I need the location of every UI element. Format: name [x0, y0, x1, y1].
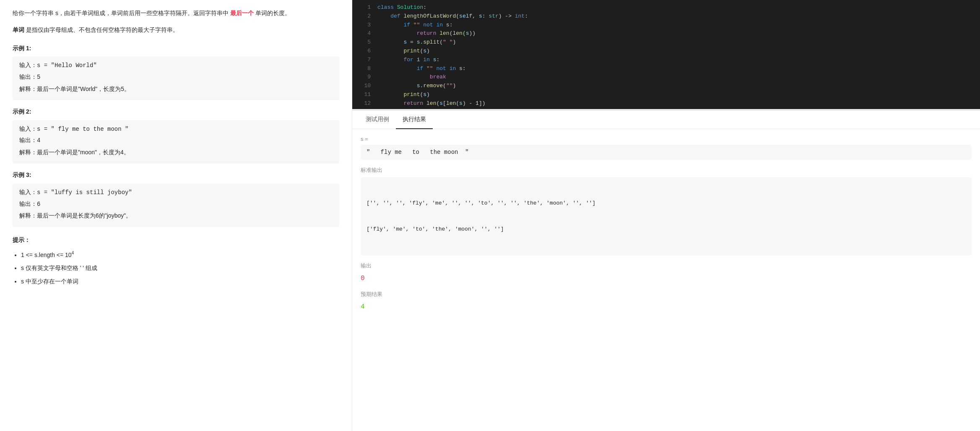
line-number: 1 [359, 3, 371, 12]
right-panel: 1class Solution:2 def lengthOfLastWord(s… [352, 0, 980, 431]
example3-explain: 解释：最后一个单词是长度为6的"joyboy"。 [19, 211, 333, 221]
example1-output: 输出：5 [19, 73, 333, 83]
expected-title: 预期结果 [361, 291, 972, 298]
hint2: s 仅有英文字母和空格 ' ' 组成 [21, 263, 339, 273]
hint3: s 中至少存在一个单词 [21, 277, 339, 287]
input-value: " fly me to the moon " [361, 145, 972, 160]
line-number: 2 [359, 12, 371, 21]
example3-input: 输入：s = "luffy is still joyboy" [19, 188, 333, 198]
line-number: 5 [359, 38, 371, 47]
line-content: break [377, 73, 446, 82]
code-line: 11 print(s) [352, 91, 980, 99]
line-number: 12 [359, 99, 371, 108]
line-content: if "" not in s: [377, 21, 452, 30]
line-number: 9 [359, 73, 371, 82]
line-content: class Solution: [377, 3, 426, 12]
stdout-line2: ['fly', 'me', 'to', 'the', 'moon', '', '… [367, 225, 966, 234]
output-title: 输出 [361, 262, 972, 270]
line-content: return len(len(s)) [377, 29, 476, 38]
code-line: 10 s.remove("") [352, 82, 980, 91]
line-content: s.remove("") [377, 82, 456, 91]
stdout-line1: ['', '', '', 'fly', 'me', '', '', 'to', … [367, 199, 966, 208]
line-number: 3 [359, 21, 371, 30]
line-number: 7 [359, 56, 371, 65]
line-number: 8 [359, 65, 371, 73]
code-line: 8 if "" not in s: [352, 65, 980, 73]
example3-title: 示例 3: [13, 170, 339, 180]
tab-result[interactable]: 执行结果 [396, 111, 433, 129]
line-number: 11 [359, 91, 371, 99]
word-definition: 单词 是指仅由字母组成、不包含任何空格字符的最大子字符串。 [13, 25, 339, 35]
example1-explain: 解释：最后一个单词是"World"，长度为5。 [19, 84, 333, 94]
hints-list: 1 <= s.length <= 104 s 仅有英文字母和空格 ' ' 组成 … [13, 249, 339, 287]
example2-box: 输入：s = " fly me to the moon " 输出：4 解释：最后… [13, 120, 339, 164]
code-line: 9 break [352, 73, 980, 82]
stdout-box: ['', '', '', 'fly', 'me', '', '', 'to', … [361, 177, 972, 255]
example2-input: 输入：s = " fly me to the moon " [19, 125, 333, 135]
line-content: def lengthOfLastWord(self, s: str) -> in… [377, 12, 528, 21]
code-line: 7 for i in s: [352, 56, 980, 65]
code-line: 4 return len(len(s)) [352, 29, 980, 38]
example2-title: 示例 2: [13, 107, 339, 117]
expected-value: 4 [361, 301, 972, 317]
code-line: 6 print(s) [352, 47, 980, 56]
example3-output: 输出：6 [19, 200, 333, 210]
line-content: s = s.split(" ") [377, 38, 456, 47]
code-line: 12 return len(s[len(s) - 1]) [352, 99, 980, 108]
hint1: 1 <= s.length <= 104 [21, 249, 339, 260]
tab-testcase[interactable]: 测试用例 [359, 111, 396, 129]
line-number: 10 [359, 82, 371, 91]
example1-box: 输入：s = "Hello World" 输出：5 解释：最后一个单词是"Wor… [13, 57, 339, 100]
hints-title: 提示： [13, 235, 339, 245]
input-label: s = [361, 136, 972, 142]
line-number: 6 [359, 47, 371, 56]
code-line: 1class Solution: [352, 3, 980, 12]
example2-explain: 解释：最后一个单词是"moon"，长度为4。 [19, 148, 333, 158]
code-line: 5 s = s.split(" ") [352, 38, 980, 47]
left-panel: 给你一个字符串 s，由若干单词组成，单词前后用一些空格字符隔开。返回字符串中 最… [0, 0, 352, 431]
code-line: 3 if "" not in s: [352, 21, 980, 30]
test-content: s = " fly me to the moon " 标准输出 ['', '',… [352, 129, 980, 324]
example1-title: 示例 1: [13, 44, 339, 54]
test-panel: 测试用例 执行结果 s = " fly me to the moon " 标准输… [352, 111, 980, 431]
tab-bar: 测试用例 执行结果 [352, 111, 980, 129]
example1-input: 输入：s = "Hello World" [19, 61, 333, 71]
stdout-title: 标准输出 [361, 166, 972, 174]
example2-output: 输出：4 [19, 136, 333, 146]
line-content: print(s) [377, 91, 430, 99]
problem-description: 给你一个字符串 s，由若干单词组成，单词前后用一些空格字符隔开。返回字符串中 最… [13, 8, 339, 18]
line-content: if "" not in s: [377, 65, 466, 73]
line-content: print(s) [377, 47, 430, 56]
output-value: 0 [361, 273, 972, 289]
code-editor[interactable]: 1class Solution:2 def lengthOfLastWord(s… [352, 0, 980, 109]
example3-box: 输入：s = "luffy is still joyboy" 输出：6 解释：最… [13, 184, 339, 227]
line-content: for i in s: [377, 56, 439, 65]
line-number: 4 [359, 29, 371, 38]
code-line: 2 def lengthOfLastWord(self, s: str) -> … [352, 12, 980, 21]
line-content: return len(s[len(s) - 1]) [377, 99, 486, 108]
